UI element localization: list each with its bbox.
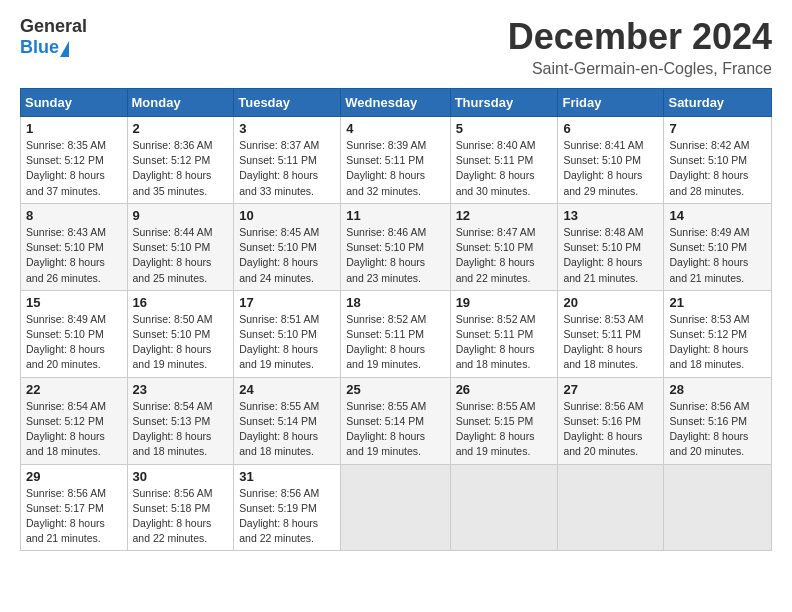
day-info: Sunrise: 8:56 AMSunset: 5:18 PMDaylight:… bbox=[133, 486, 229, 547]
sunrise-text: Sunrise: 8:37 AM bbox=[239, 139, 319, 151]
day-info: Sunrise: 8:43 AMSunset: 5:10 PMDaylight:… bbox=[26, 225, 122, 286]
logo-blue-line: Blue bbox=[20, 37, 69, 58]
calendar-table: Sunday Monday Tuesday Wednesday Thursday… bbox=[20, 88, 772, 551]
day-number: 29 bbox=[26, 469, 122, 484]
day-number: 20 bbox=[563, 295, 658, 310]
day-number: 19 bbox=[456, 295, 553, 310]
calendar-week-row: 22Sunrise: 8:54 AMSunset: 5:12 PMDayligh… bbox=[21, 377, 772, 464]
day-info: Sunrise: 8:56 AMSunset: 5:16 PMDaylight:… bbox=[563, 399, 658, 460]
day-number: 24 bbox=[239, 382, 335, 397]
day-number: 12 bbox=[456, 208, 553, 223]
sunset-text: Sunset: 5:11 PM bbox=[346, 328, 424, 340]
calendar-cell: 8Sunrise: 8:43 AMSunset: 5:10 PMDaylight… bbox=[21, 203, 128, 290]
calendar-cell: 1Sunrise: 8:35 AMSunset: 5:12 PMDaylight… bbox=[21, 117, 128, 204]
daylight-text: Daylight: 8 hours and 19 minutes. bbox=[239, 343, 318, 370]
daylight-text: Daylight: 8 hours and 18 minutes. bbox=[239, 430, 318, 457]
sunrise-text: Sunrise: 8:53 AM bbox=[563, 313, 643, 325]
day-number: 9 bbox=[133, 208, 229, 223]
daylight-text: Daylight: 8 hours and 19 minutes. bbox=[346, 430, 425, 457]
calendar-cell: 28Sunrise: 8:56 AMSunset: 5:16 PMDayligh… bbox=[664, 377, 772, 464]
daylight-text: Daylight: 8 hours and 22 minutes. bbox=[456, 256, 535, 283]
logo-triangle-icon bbox=[60, 41, 69, 57]
day-number: 10 bbox=[239, 208, 335, 223]
header-saturday: Saturday bbox=[664, 89, 772, 117]
day-number: 2 bbox=[133, 121, 229, 136]
sunset-text: Sunset: 5:11 PM bbox=[239, 154, 317, 166]
day-number: 31 bbox=[239, 469, 335, 484]
daylight-text: Daylight: 8 hours and 30 minutes. bbox=[456, 169, 535, 196]
day-number: 6 bbox=[563, 121, 658, 136]
sunset-text: Sunset: 5:10 PM bbox=[26, 241, 104, 253]
day-number: 8 bbox=[26, 208, 122, 223]
day-number: 1 bbox=[26, 121, 122, 136]
calendar-cell: 10Sunrise: 8:45 AMSunset: 5:10 PMDayligh… bbox=[234, 203, 341, 290]
day-info: Sunrise: 8:42 AMSunset: 5:10 PMDaylight:… bbox=[669, 138, 766, 199]
sunrise-text: Sunrise: 8:48 AM bbox=[563, 226, 643, 238]
header-tuesday: Tuesday bbox=[234, 89, 341, 117]
logo-general-line: General bbox=[20, 16, 87, 37]
calendar-cell: 15Sunrise: 8:49 AMSunset: 5:10 PMDayligh… bbox=[21, 290, 128, 377]
daylight-text: Daylight: 8 hours and 37 minutes. bbox=[26, 169, 105, 196]
day-number: 7 bbox=[669, 121, 766, 136]
sunset-text: Sunset: 5:11 PM bbox=[563, 328, 641, 340]
calendar-cell: 21Sunrise: 8:53 AMSunset: 5:12 PMDayligh… bbox=[664, 290, 772, 377]
day-info: Sunrise: 8:51 AMSunset: 5:10 PMDaylight:… bbox=[239, 312, 335, 373]
sunset-text: Sunset: 5:11 PM bbox=[456, 154, 534, 166]
calendar-cell bbox=[450, 464, 558, 551]
sunset-text: Sunset: 5:10 PM bbox=[239, 328, 317, 340]
calendar-cell: 20Sunrise: 8:53 AMSunset: 5:11 PMDayligh… bbox=[558, 290, 664, 377]
day-info: Sunrise: 8:54 AMSunset: 5:12 PMDaylight:… bbox=[26, 399, 122, 460]
sunrise-text: Sunrise: 8:56 AM bbox=[669, 400, 749, 412]
calendar-cell: 3Sunrise: 8:37 AMSunset: 5:11 PMDaylight… bbox=[234, 117, 341, 204]
sunrise-text: Sunrise: 8:54 AM bbox=[133, 400, 213, 412]
day-info: Sunrise: 8:53 AMSunset: 5:12 PMDaylight:… bbox=[669, 312, 766, 373]
day-info: Sunrise: 8:52 AMSunset: 5:11 PMDaylight:… bbox=[346, 312, 444, 373]
location-title: Saint-Germain-en-Cogles, France bbox=[508, 60, 772, 78]
sunrise-text: Sunrise: 8:35 AM bbox=[26, 139, 106, 151]
calendar-cell: 5Sunrise: 8:40 AMSunset: 5:11 PMDaylight… bbox=[450, 117, 558, 204]
sunrise-text: Sunrise: 8:54 AM bbox=[26, 400, 106, 412]
sunrise-text: Sunrise: 8:56 AM bbox=[239, 487, 319, 499]
sunrise-text: Sunrise: 8:55 AM bbox=[346, 400, 426, 412]
calendar-cell: 11Sunrise: 8:46 AMSunset: 5:10 PMDayligh… bbox=[341, 203, 450, 290]
sunset-text: Sunset: 5:14 PM bbox=[346, 415, 424, 427]
day-number: 27 bbox=[563, 382, 658, 397]
day-number: 18 bbox=[346, 295, 444, 310]
day-number: 26 bbox=[456, 382, 553, 397]
day-info: Sunrise: 8:56 AMSunset: 5:17 PMDaylight:… bbox=[26, 486, 122, 547]
day-info: Sunrise: 8:40 AMSunset: 5:11 PMDaylight:… bbox=[456, 138, 553, 199]
daylight-text: Daylight: 8 hours and 18 minutes. bbox=[26, 430, 105, 457]
day-number: 11 bbox=[346, 208, 444, 223]
sunrise-text: Sunrise: 8:55 AM bbox=[239, 400, 319, 412]
daylight-text: Daylight: 8 hours and 28 minutes. bbox=[669, 169, 748, 196]
daylight-text: Daylight: 8 hours and 21 minutes. bbox=[26, 517, 105, 544]
calendar-cell: 12Sunrise: 8:47 AMSunset: 5:10 PMDayligh… bbox=[450, 203, 558, 290]
sunset-text: Sunset: 5:15 PM bbox=[456, 415, 534, 427]
day-number: 28 bbox=[669, 382, 766, 397]
daylight-text: Daylight: 8 hours and 19 minutes. bbox=[346, 343, 425, 370]
calendar-cell: 2Sunrise: 8:36 AMSunset: 5:12 PMDaylight… bbox=[127, 117, 234, 204]
daylight-text: Daylight: 8 hours and 20 minutes. bbox=[563, 430, 642, 457]
day-info: Sunrise: 8:55 AMSunset: 5:14 PMDaylight:… bbox=[346, 399, 444, 460]
sunset-text: Sunset: 5:11 PM bbox=[346, 154, 424, 166]
calendar-cell: 17Sunrise: 8:51 AMSunset: 5:10 PMDayligh… bbox=[234, 290, 341, 377]
sunset-text: Sunset: 5:10 PM bbox=[563, 154, 641, 166]
daylight-text: Daylight: 8 hours and 22 minutes. bbox=[133, 517, 212, 544]
calendar-cell: 24Sunrise: 8:55 AMSunset: 5:14 PMDayligh… bbox=[234, 377, 341, 464]
daylight-text: Daylight: 8 hours and 22 minutes. bbox=[239, 517, 318, 544]
month-title: December 2024 bbox=[508, 16, 772, 58]
sunrise-text: Sunrise: 8:51 AM bbox=[239, 313, 319, 325]
sunset-text: Sunset: 5:13 PM bbox=[133, 415, 211, 427]
day-info: Sunrise: 8:54 AMSunset: 5:13 PMDaylight:… bbox=[133, 399, 229, 460]
calendar-week-row: 15Sunrise: 8:49 AMSunset: 5:10 PMDayligh… bbox=[21, 290, 772, 377]
day-number: 16 bbox=[133, 295, 229, 310]
calendar-cell: 19Sunrise: 8:52 AMSunset: 5:11 PMDayligh… bbox=[450, 290, 558, 377]
sunrise-text: Sunrise: 8:52 AM bbox=[456, 313, 536, 325]
daylight-text: Daylight: 8 hours and 21 minutes. bbox=[563, 256, 642, 283]
sunset-text: Sunset: 5:12 PM bbox=[26, 415, 104, 427]
day-number: 21 bbox=[669, 295, 766, 310]
day-number: 3 bbox=[239, 121, 335, 136]
header-monday: Monday bbox=[127, 89, 234, 117]
day-info: Sunrise: 8:49 AMSunset: 5:10 PMDaylight:… bbox=[669, 225, 766, 286]
sunrise-text: Sunrise: 8:46 AM bbox=[346, 226, 426, 238]
